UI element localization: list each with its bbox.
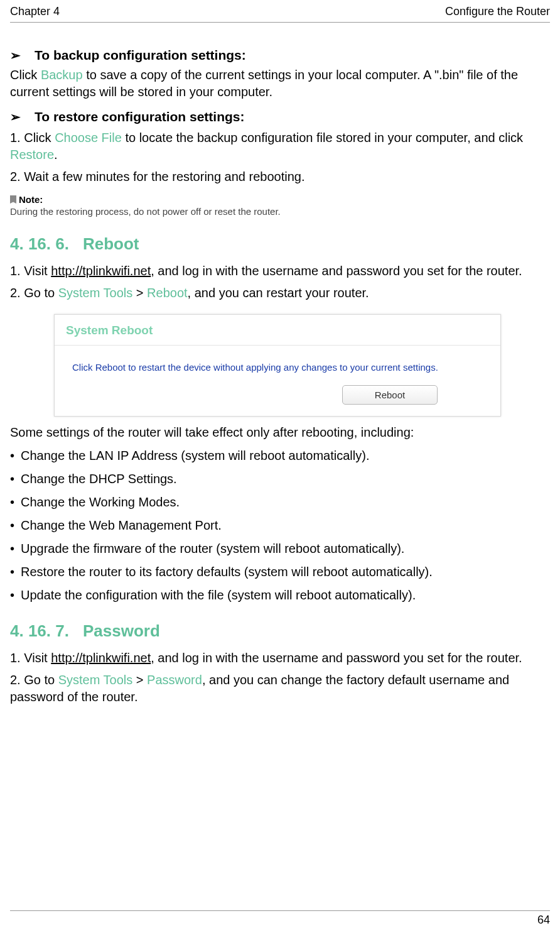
- list-item: Change the DHCP Settings.: [10, 471, 550, 488]
- reboot-bullet-list: Change the LAN IP Address (system will r…: [10, 447, 550, 604]
- arrow-icon: ➢: [10, 111, 21, 123]
- section-reboot-title: Reboot: [83, 234, 139, 253]
- password-step1-pre: 1. Visit: [10, 651, 51, 665]
- list-item: Update the configuration with the file (…: [10, 587, 550, 604]
- restore-action: Restore: [10, 148, 54, 161]
- backup-action: Backup: [41, 68, 83, 82]
- reboot-step2-pre: 2. Go to: [10, 286, 58, 300]
- system-reboot-desc: Click Reboot to restart the device witho…: [72, 362, 483, 373]
- reboot-step-1: 1. Visit http://tplinkwifi.net, and log …: [10, 263, 550, 280]
- reboot-step1-post: , and log in with the username and passw…: [151, 264, 522, 278]
- list-item: Change the Web Management Port.: [10, 517, 550, 534]
- tplink-link[interactable]: http://tplinkwifi.net: [51, 264, 151, 278]
- system-tools-nav: System Tools: [58, 286, 133, 300]
- tplink-link[interactable]: http://tplinkwifi.net: [51, 651, 151, 665]
- reboot-step1-pre: 1. Visit: [10, 264, 51, 278]
- backup-heading: ➢ To backup configuration settings:: [10, 48, 550, 63]
- list-item: Change the LAN IP Address (system will r…: [10, 447, 550, 464]
- nav-separator: >: [132, 673, 147, 687]
- restore-heading: ➢ To restore configuration settings:: [10, 109, 550, 124]
- section-password-heading: 4. 16. 7.Password: [10, 621, 550, 641]
- reboot-after-paragraph: Some settings of the router will take ef…: [10, 424, 550, 441]
- restore-step1-mid: to locate the backup configuration file …: [122, 131, 523, 145]
- list-item: Restore the router to its factory defaul…: [10, 564, 550, 581]
- header-title: Configure the Router: [445, 5, 550, 18]
- section-password-title: Password: [83, 621, 160, 640]
- choose-file-action: Choose File: [55, 131, 122, 145]
- password-step2-pre: 2. Go to: [10, 673, 58, 687]
- system-reboot-panel-body: Click Reboot to restart the device witho…: [55, 346, 500, 416]
- note-label: Note:: [10, 194, 550, 205]
- nav-separator: >: [132, 286, 147, 300]
- list-item: Change the Working Modes.: [10, 494, 550, 511]
- list-item: Upgrade the firmware of the router (syst…: [10, 540, 550, 557]
- reboot-button[interactable]: Reboot: [342, 385, 438, 405]
- password-step1-post: , and log in with the username and passw…: [151, 651, 522, 665]
- page-header: Chapter 4 Configure the Router: [10, 5, 550, 23]
- reboot-step-2: 2. Go to System Tools > Reboot, and you …: [10, 285, 550, 302]
- note-text: During the restoring process, do not pow…: [10, 206, 550, 217]
- section-password-num: 4. 16. 7.: [10, 621, 69, 640]
- section-reboot-heading: 4. 16. 6.Reboot: [10, 234, 550, 254]
- restore-heading-text: To restore configuration settings:: [35, 109, 244, 124]
- arrow-icon: ➢: [10, 49, 21, 62]
- header-chapter: Chapter 4: [10, 5, 60, 18]
- password-step-1: 1. Visit http://tplinkwifi.net, and log …: [10, 650, 550, 667]
- password-step-2: 2. Go to System Tools > Password, and yo…: [10, 672, 550, 706]
- page-number: 64: [10, 910, 550, 927]
- backup-paragraph: Click Backup to save a copy of the curre…: [10, 67, 550, 101]
- backup-heading-text: To backup configuration settings:: [35, 48, 246, 63]
- password-nav: Password: [147, 673, 202, 687]
- system-tools-nav: System Tools: [58, 673, 133, 687]
- reboot-step2-post: , and you can restart your router.: [188, 286, 369, 300]
- restore-step1-end: .: [54, 148, 58, 161]
- system-reboot-panel: System Reboot Click Reboot to restart th…: [54, 314, 501, 417]
- reboot-nav: Reboot: [147, 286, 188, 300]
- restore-step-2: 2. Wait a few minutes for the restoring …: [10, 168, 550, 185]
- restore-step1-pre: 1. Click: [10, 131, 55, 145]
- system-reboot-panel-title: System Reboot: [55, 315, 500, 346]
- backup-pre: Click: [10, 68, 41, 82]
- backup-post: to save a copy of the current settings i…: [10, 68, 518, 99]
- restore-step-1: 1. Click Choose File to locate the backu…: [10, 129, 550, 163]
- section-reboot-num: 4. 16. 6.: [10, 234, 69, 253]
